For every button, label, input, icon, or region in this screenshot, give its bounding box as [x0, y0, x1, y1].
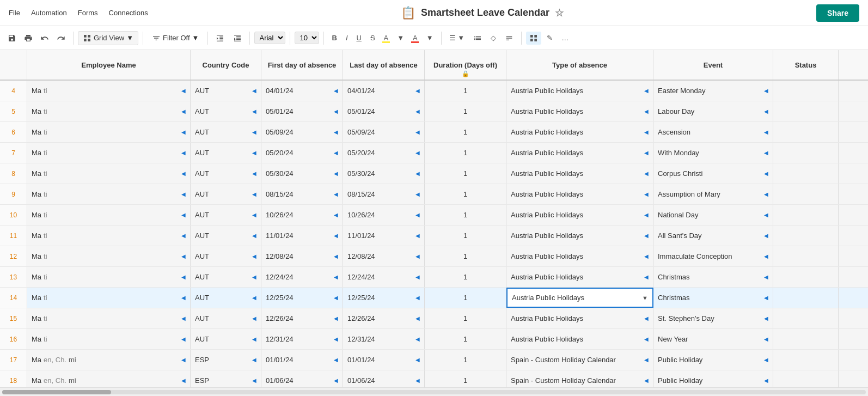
cell-event[interactable]: Christmas ◀ — [653, 288, 773, 308]
menu-automation[interactable]: Automation — [31, 9, 67, 17]
font-size-selector[interactable]: 10 — [295, 32, 319, 44]
highlight-color-button[interactable]: A — [381, 32, 392, 44]
cell-status[interactable] — [773, 246, 839, 266]
redo-button[interactable] — [53, 32, 69, 45]
cell-event[interactable]: Corpus Christi ◀ — [653, 163, 773, 184]
cell-last-day[interactable]: 12/26/24 ◀ — [343, 308, 425, 328]
cell-employee[interactable]: Ma ti ◀ — [27, 101, 191, 121]
cell-status[interactable] — [773, 184, 839, 204]
align-button[interactable]: ☰ ▼ — [446, 32, 468, 44]
cell-employee[interactable]: Ma ti ◀ — [27, 184, 191, 204]
cell-last-day[interactable]: 12/08/24 ◀ — [343, 246, 425, 266]
cell-status[interactable] — [773, 205, 839, 225]
cell-last-day[interactable]: 01/01/24 ◀ — [343, 350, 425, 370]
cell-country[interactable]: ESP ◀ — [191, 370, 261, 387]
cell-first-day[interactable]: 12/31/24 ◀ — [261, 329, 343, 349]
save-button[interactable] — [4, 32, 20, 45]
cell-type[interactable]: Austria Public Holidays ◀ — [506, 226, 653, 246]
favorite-icon[interactable]: ☆ — [555, 7, 564, 19]
cell-country[interactable]: AUT ◀ — [191, 81, 261, 101]
cell-duration[interactable]: 1 — [425, 329, 506, 349]
cell-employee[interactable]: Ma ti ◀ — [27, 288, 191, 308]
cell-event[interactable]: Labour Day ◀ — [653, 101, 773, 121]
cell-last-day[interactable]: 05/30/24 ◀ — [343, 163, 425, 184]
cell-country[interactable]: AUT ◀ — [191, 288, 261, 308]
cell-country[interactable]: AUT ◀ — [191, 122, 261, 142]
cell-duration[interactable]: 1 — [425, 163, 506, 184]
cell-status[interactable] — [773, 370, 839, 387]
cell-first-day[interactable]: 05/01/24 ◀ — [261, 101, 343, 121]
cell-type[interactable]: Austria Public Holidays ◀ — [506, 184, 653, 204]
cell-event[interactable]: Public Holiday ◀ — [653, 370, 773, 387]
table-row[interactable]: 11 Ma ti ◀ AUT ◀ 11/01/24 ◀ 11/01/24 ◀ 1… — [0, 226, 868, 246]
cell-type[interactable]: Austria Public Holidays ◀ — [506, 122, 653, 142]
bold-button[interactable]: B — [328, 32, 340, 44]
cell-last-day[interactable]: 01/06/24 ◀ — [343, 370, 425, 387]
cell-employee[interactable]: Ma en, Ch. mi ◀ — [27, 350, 191, 370]
cell-type[interactable]: Austria Public Holidays ◀ — [506, 267, 653, 287]
cell-status[interactable] — [773, 329, 839, 349]
list-button[interactable] — [470, 32, 485, 45]
cell-event[interactable]: Immaculate Conception ◀ — [653, 246, 773, 266]
cell-country[interactable]: AUT ◀ — [191, 205, 261, 225]
cell-status[interactable] — [773, 267, 839, 287]
cell-last-day[interactable]: 05/01/24 ◀ — [343, 101, 425, 121]
cell-duration[interactable]: 1 — [425, 226, 506, 246]
cell-last-day[interactable]: 11/01/24 ◀ — [343, 226, 425, 246]
cell-country[interactable]: AUT ◀ — [191, 184, 261, 204]
table-row[interactable]: 6 Ma ti ◀ AUT ◀ 05/09/24 ◀ 05/09/24 ◀ 1 … — [0, 122, 868, 143]
cell-event[interactable]: Easter Monday ◀ — [653, 81, 773, 101]
cell-duration[interactable]: 1 — [425, 101, 506, 121]
cell-type[interactable]: Austria Public Holidays ◀ — [506, 308, 653, 328]
cell-status[interactable] — [773, 226, 839, 246]
card-view-button[interactable]: ✎ — [543, 32, 556, 44]
table-row[interactable]: 18 Ma en, Ch. mi ◀ ESP ◀ 01/06/24 ◀ 01/0… — [0, 370, 868, 387]
cell-event[interactable]: Public Holiday ◀ — [653, 350, 773, 370]
cell-country[interactable]: AUT ◀ — [191, 329, 261, 349]
table-row[interactable]: 8 Ma ti ◀ AUT ◀ 05/30/24 ◀ 05/30/24 ◀ 1 … — [0, 163, 868, 184]
wrap-button[interactable] — [502, 32, 517, 45]
cell-duration[interactable]: 1 — [425, 370, 506, 387]
table-row[interactable]: 14 Ma ti ◀ AUT ◀ 12/25/24 ◀ 12/25/24 ◀ 1… — [0, 288, 868, 308]
text-color-button[interactable]: A — [409, 32, 421, 44]
table-row[interactable]: 15 Ma ti ◀ AUT ◀ 12/26/24 ◀ 12/26/24 ◀ 1… — [0, 308, 868, 329]
cell-employee[interactable]: Ma ti ◀ — [27, 329, 191, 349]
cell-employee[interactable]: Ma ti ◀ — [27, 226, 191, 246]
menu-connections[interactable]: Connections — [109, 9, 148, 17]
cell-employee[interactable]: Ma ti ◀ — [27, 308, 191, 328]
cell-country[interactable]: AUT ◀ — [191, 101, 261, 121]
table-row[interactable]: 9 Ma ti ◀ AUT ◀ 08/15/24 ◀ 08/15/24 ◀ 1 … — [0, 184, 868, 205]
menu-file[interactable]: File — [9, 9, 20, 17]
text-color-dropdown-icon[interactable]: ▼ — [423, 32, 437, 44]
cell-first-day[interactable]: 12/25/24 ◀ — [261, 288, 343, 308]
table-row[interactable]: 13 Ma ti ◀ AUT ◀ 12/24/24 ◀ 12/24/24 ◀ 1… — [0, 267, 868, 288]
cell-country[interactable]: AUT ◀ — [191, 143, 261, 163]
cell-employee[interactable]: Ma ti ◀ — [27, 143, 191, 163]
scroll-thumb[interactable] — [2, 390, 111, 394]
cell-duration[interactable]: 1 — [425, 205, 506, 225]
cell-employee[interactable]: Ma ti ◀ — [27, 246, 191, 266]
table-row[interactable]: 12 Ma ti ◀ AUT ◀ 12/08/24 ◀ 12/08/24 ◀ 1… — [0, 246, 868, 267]
cell-event[interactable]: New Year ◀ — [653, 329, 773, 349]
cell-duration[interactable]: 1 — [425, 267, 506, 287]
font-selector[interactable]: Arial — [254, 32, 285, 44]
table-row[interactable]: 5 Ma ti ◀ AUT ◀ 05/01/24 ◀ 05/01/24 ◀ 1 … — [0, 101, 868, 122]
cell-status[interactable] — [773, 101, 839, 121]
cell-duration[interactable]: 1 — [425, 308, 506, 328]
cell-event[interactable]: National Day ◀ — [653, 205, 773, 225]
cell-status[interactable] — [773, 81, 839, 101]
underline-button[interactable]: U — [353, 32, 365, 44]
cell-type[interactable]: Austria Public Holidays ◀ — [506, 205, 653, 225]
cell-event[interactable]: Ascension ◀ — [653, 122, 773, 142]
clear-button[interactable]: ◇ — [487, 32, 499, 44]
italic-button[interactable]: I — [343, 32, 351, 44]
print-button[interactable] — [21, 32, 36, 45]
cell-status[interactable] — [773, 163, 839, 184]
cell-first-day[interactable]: 08/15/24 ◀ — [261, 184, 343, 204]
cell-first-day[interactable]: 05/09/24 ◀ — [261, 122, 343, 142]
table-row[interactable]: 17 Ma en, Ch. mi ◀ ESP ◀ 01/01/24 ◀ 01/0… — [0, 350, 868, 370]
cell-employee[interactable]: Ma ti ◀ — [27, 81, 191, 101]
cell-employee[interactable]: Ma ti ◀ — [27, 267, 191, 287]
horizontal-scrollbar[interactable] — [0, 387, 868, 396]
view-selector[interactable]: Grid View ▼ — [78, 31, 138, 45]
